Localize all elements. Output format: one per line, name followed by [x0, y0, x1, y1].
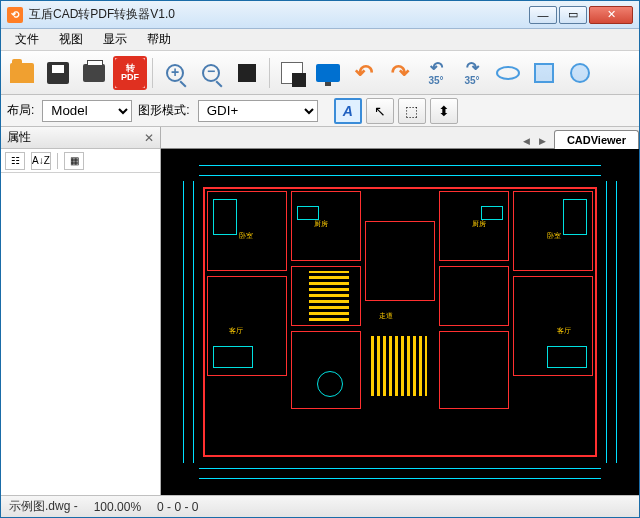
zoom-in-button[interactable] [158, 56, 192, 90]
gmode-label: 图形模式: [138, 102, 189, 119]
open-button[interactable] [5, 56, 39, 90]
folder-icon [10, 63, 34, 83]
viewer: ◀ ▶ CADViewer [161, 127, 639, 495]
close-button[interactable]: ✕ [589, 6, 633, 24]
maximize-button[interactable]: ▭ [559, 6, 587, 24]
gmode-select[interactable]: GDI+ [198, 100, 318, 122]
zoom-in-icon [166, 64, 184, 82]
menubar: 文件 视图 显示 帮助 [1, 29, 639, 51]
orbit-icon [496, 66, 520, 80]
list-view-button[interactable]: ▦ [64, 152, 84, 170]
sort-az-button[interactable]: A↓Z [31, 152, 51, 170]
tab-prev-button[interactable]: ◀ [520, 134, 534, 148]
floor-plan: 卧室 客厅 厨房 卧室 客厅 厨房 走道 [179, 161, 621, 483]
print-button[interactable] [77, 56, 111, 90]
pointer-button[interactable]: ↖ [366, 98, 394, 124]
dark-icon [238, 64, 256, 82]
save-button[interactable] [41, 56, 75, 90]
status-zoom: 100.00% [94, 500, 141, 514]
rotate-ccw-icon: ↶35° [428, 60, 443, 86]
tab-next-button[interactable]: ▶ [536, 134, 550, 148]
minimize-button[interactable]: — [529, 6, 557, 24]
rect-select-button[interactable] [527, 56, 561, 90]
undo-button[interactable]: ↶ [347, 56, 381, 90]
status-filename: 示例图.dwg - [9, 498, 78, 515]
options-bar: 布局: Model 图形模式: GDI+ A ↖ ⬚ ⬍ [1, 95, 639, 127]
tabstrip: ◀ ▶ CADViewer [161, 127, 639, 149]
redo-icon: ↷ [391, 60, 409, 86]
separator [269, 58, 270, 88]
screen-icon [316, 64, 340, 82]
properties-sidebar: 属性 ✕ ☷ A↓Z ▦ [1, 127, 161, 495]
layout-label: 布局: [7, 102, 34, 119]
undo-icon: ↶ [355, 60, 373, 86]
zoom-out-icon [202, 64, 220, 82]
orbit-button[interactable] [491, 56, 525, 90]
menu-view[interactable]: 视图 [49, 29, 93, 50]
app-icon: ⟲ [7, 7, 23, 23]
zoom-out-button[interactable] [194, 56, 228, 90]
menu-help[interactable]: 帮助 [137, 29, 181, 50]
light-bg-button[interactable] [275, 56, 309, 90]
toolbar: 转 PDF ↶ ↷ ↶35° ↷35° [1, 51, 639, 95]
redo-button[interactable]: ↷ [383, 56, 417, 90]
main: 属性 ✕ ☷ A↓Z ▦ ◀ ▶ CADViewer [1, 127, 639, 495]
text-mode-button[interactable]: A [334, 98, 362, 124]
rotate-cw-button[interactable]: ↷35° [455, 56, 489, 90]
menu-file[interactable]: 文件 [5, 29, 49, 50]
rotate-cw-icon: ↷35° [464, 60, 479, 86]
fullscreen-button[interactable] [311, 56, 345, 90]
properties-header: 属性 ✕ [1, 127, 160, 149]
pdf-icon: 转 PDF [115, 58, 145, 88]
measure-button[interactable]: ⬍ [430, 98, 458, 124]
window-title: 互盾CAD转PDF转换器V1.0 [29, 6, 527, 23]
properties-toolbar: ☷ A↓Z ▦ [1, 149, 160, 173]
titlebar: ⟲ 互盾CAD转PDF转换器V1.0 — ▭ ✕ [1, 1, 639, 29]
cad-canvas[interactable]: 卧室 客厅 厨房 卧室 客厅 厨房 走道 [161, 149, 639, 495]
status-coords: 0 - 0 - 0 [157, 500, 198, 514]
convert-pdf-button[interactable]: 转 PDF [113, 56, 147, 90]
light-icon [281, 62, 303, 84]
window-buttons: — ▭ ✕ [527, 6, 633, 24]
box-select-button[interactable]: ⬚ [398, 98, 426, 124]
option-icons: A ↖ ⬚ ⬍ [334, 98, 458, 124]
close-panel-button[interactable]: ✕ [144, 131, 154, 145]
categorize-button[interactable]: ☷ [5, 152, 25, 170]
tab-cadviewer[interactable]: CADViewer [554, 130, 639, 149]
rect-select-icon [534, 63, 554, 83]
save-icon [47, 62, 69, 84]
properties-body [1, 173, 160, 495]
circle-select-button[interactable] [563, 56, 597, 90]
layout-select[interactable]: Model [42, 100, 132, 122]
statusbar: 示例图.dwg - 100.00% 0 - 0 - 0 [1, 495, 639, 517]
menu-display[interactable]: 显示 [93, 29, 137, 50]
properties-title: 属性 [7, 129, 31, 146]
pdf-icon-bottom: PDF [121, 73, 139, 82]
circle-select-icon [570, 63, 590, 83]
separator [152, 58, 153, 88]
print-icon [83, 64, 105, 82]
rotate-ccw-button[interactable]: ↶35° [419, 56, 453, 90]
dark-bg-button[interactable] [230, 56, 264, 90]
